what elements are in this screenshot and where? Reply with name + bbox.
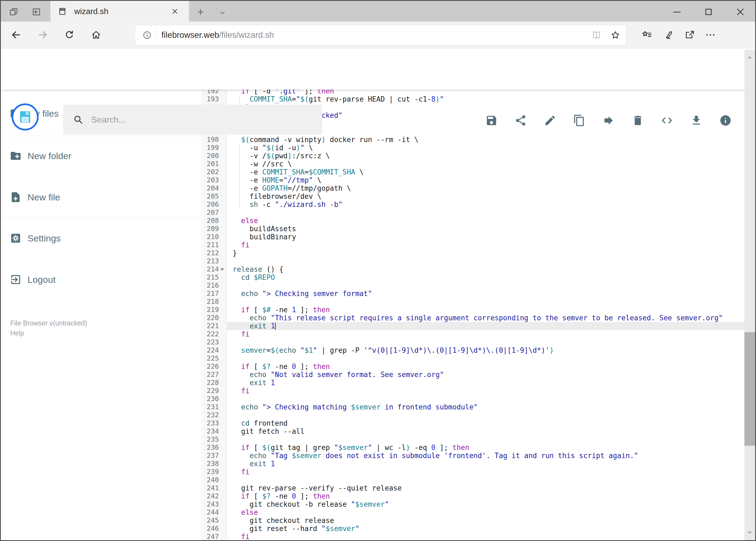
code-line-211[interactable]: 211 fi	[201, 241, 744, 249]
tab-close-icon[interactable]	[170, 7, 179, 16]
code-line-235[interactable]: 235	[201, 435, 744, 443]
code-line-242[interactable]: 242 if [ $? -ne 0 ]; then	[201, 492, 744, 500]
code-line-210[interactable]: 210 buildBinary	[201, 233, 744, 241]
code-line-221[interactable]: 221 exit 1	[201, 322, 744, 330]
code-line-217[interactable]: 217 echo "> Checking semver format"	[201, 289, 744, 297]
tab-wizard-sh[interactable]: wizard.sh	[51, 1, 189, 22]
code-line-220[interactable]: 220 echo "This release script requires a…	[201, 314, 744, 322]
code-line-243[interactable]: 243 git checkout -b release "$semver"	[201, 500, 744, 508]
back-button[interactable]	[10, 29, 22, 41]
code-line-201[interactable]: 201 -w //src \	[201, 160, 744, 168]
code-line-232[interactable]: 232	[201, 411, 744, 419]
code-line-246[interactable]: 246 git reset --hard "$semver"	[201, 525, 744, 533]
code-line-237[interactable]: 237 echo "Tag $semver does not exist in …	[201, 452, 744, 460]
code-line-205[interactable]: 205 filebrowser/dev \	[201, 192, 744, 201]
search-box[interactable]	[63, 105, 322, 135]
home-button[interactable]	[91, 29, 102, 40]
download-button[interactable]	[690, 114, 702, 127]
code-line-202[interactable]: 202 -e COMMIT_SHA=$COMMIT_SHA \	[201, 168, 744, 176]
scrollbar-thumb[interactable]	[744, 332, 755, 446]
sidebar-item-new-folder[interactable]: New folder	[0, 142, 201, 169]
code-editor[interactable]: 192 if [ -d ".git" ]; then193 COMMIT_SHA…	[201, 90, 744, 540]
sidebar-item-logout[interactable]: Logout	[0, 266, 201, 293]
code-line-247[interactable]: 247 fi	[201, 533, 744, 540]
move-button[interactable]	[603, 114, 615, 127]
code-line-216[interactable]: 216	[201, 281, 744, 289]
code-line-219[interactable]: 219 if [ $# -ne 1 ]; then	[201, 306, 744, 314]
code-line-229[interactable]: 229 fi	[201, 387, 744, 395]
browser-menu-icon[interactable]	[705, 29, 716, 41]
code-line-193[interactable]: 193 COMMIT_SHA="$(git rev-parse HEAD | c…	[201, 95, 744, 103]
site-info-icon[interactable]	[142, 30, 152, 40]
switch-editor-button[interactable]	[661, 114, 673, 127]
code-line-227[interactable]: 227 echo "Not valid semver format. See s…	[201, 370, 744, 379]
code-line-209[interactable]: 209 buildAssets	[201, 225, 744, 233]
info-button[interactable]	[719, 114, 732, 127]
code-line-224[interactable]: 224 semver=$(echo "$1" | grep -P '^v(0|[…	[201, 346, 744, 354]
tab-indent-guide	[239, 160, 240, 168]
reading-view-icon[interactable]	[591, 30, 602, 40]
code-line-204[interactable]: 204 -e GOPATH=//tmp/gopath \	[201, 184, 744, 192]
new-tab-button[interactable]	[196, 7, 205, 16]
code-line-228[interactable]: 228 exit 1	[201, 379, 744, 387]
code-line-239[interactable]: 239 fi	[201, 468, 744, 476]
code-line-240[interactable]: 240	[201, 476, 744, 484]
copy-button[interactable]	[573, 114, 586, 127]
code-line-241[interactable]: 241 git rev-parse --verify --quiet relea…	[201, 484, 744, 492]
code-line-207[interactable]: 207	[201, 209, 744, 217]
code-line-206[interactable]: 206 sh -c "./wizard.sh -b"	[201, 201, 744, 209]
scroll-up-icon[interactable]	[746, 54, 753, 61]
code-line-200[interactable]: 200 -v /$(pwd):/src:z \	[201, 152, 744, 160]
minimize-button[interactable]	[671, 6, 682, 18]
code-line-225[interactable]: 225	[201, 354, 744, 362]
tab-indent-guide	[239, 168, 240, 176]
code-line-213[interactable]: 213	[201, 257, 744, 265]
code-line-214[interactable]: 214release () {	[201, 265, 744, 273]
code-line-223[interactable]: 223	[201, 338, 744, 346]
browser-window: wizard.sh filebrowser.web/files/wizard.s…	[0, 0, 756, 541]
code-line-231[interactable]: 231 echo "> Checking matching $semver in…	[201, 403, 744, 411]
scroll-down-icon[interactable]	[746, 529, 753, 536]
address-bar[interactable]: filebrowser.web/files/wizard.sh	[135, 25, 626, 45]
code-line-198[interactable]: 198 $(command -v winpty) docker run --rm…	[201, 136, 744, 144]
code-line-203[interactable]: 203 -e HOME="//tmp" \	[201, 176, 744, 184]
code-line-236[interactable]: 236 if [ $(git tag | grep "$semver" | wc…	[201, 443, 744, 452]
share-page-icon[interactable]	[684, 29, 695, 41]
line-number: 193	[201, 95, 227, 103]
code-line-199[interactable]: 199 -u "$(id -u)" \	[201, 144, 744, 152]
set-aside-tabs-icon[interactable]	[31, 7, 42, 17]
help-link[interactable]: Help	[10, 328, 87, 338]
sidebar-item-new-file[interactable]: New file	[0, 184, 201, 211]
favorite-star-icon[interactable]	[610, 30, 621, 41]
forward-button[interactable]	[37, 29, 49, 41]
vertical-scrollbar[interactable]	[744, 50, 755, 540]
filebrowser-logo[interactable]	[12, 104, 39, 131]
code-line-218[interactable]: 218	[201, 297, 744, 306]
fold-arrow-icon[interactable]	[220, 268, 224, 271]
code-line-222[interactable]: 222 fi	[201, 330, 744, 338]
rename-button[interactable]	[544, 114, 556, 127]
code-line-212[interactable]: 212}	[201, 249, 744, 257]
code-line-244[interactable]: 244 else	[201, 508, 744, 516]
code-line-215[interactable]: 215 cd $REPO	[201, 273, 744, 281]
hub-favorites-icon[interactable]	[641, 29, 652, 41]
maximize-button[interactable]	[703, 6, 714, 18]
code-line-192[interactable]: 192 if [ -d ".git" ]; then	[201, 90, 744, 95]
tab-dropdown-icon[interactable]	[218, 8, 227, 17]
close-window-button[interactable]	[735, 6, 746, 18]
share-button[interactable]	[514, 114, 527, 127]
code-line-245[interactable]: 245 git checkout release	[201, 516, 744, 525]
code-line-208[interactable]: 208 else	[201, 217, 744, 225]
code-line-226[interactable]: 226 if [ $? -ne 0 ]; then	[201, 362, 744, 370]
code-line-233[interactable]: 233 cd frontend	[201, 419, 744, 427]
search-input[interactable]	[91, 115, 308, 125]
code-line-238[interactable]: 238 exit 1	[201, 460, 744, 468]
refresh-button[interactable]	[64, 29, 75, 40]
web-note-pen-icon[interactable]	[661, 29, 673, 41]
code-line-230[interactable]: 230	[201, 395, 744, 403]
delete-button[interactable]	[631, 114, 644, 127]
sidebar-item-settings[interactable]: Settings	[0, 225, 201, 252]
code-line-234[interactable]: 234 git fetch --all	[201, 427, 744, 435]
tab-preview-icon[interactable]	[9, 7, 19, 17]
save-button[interactable]	[485, 114, 498, 127]
